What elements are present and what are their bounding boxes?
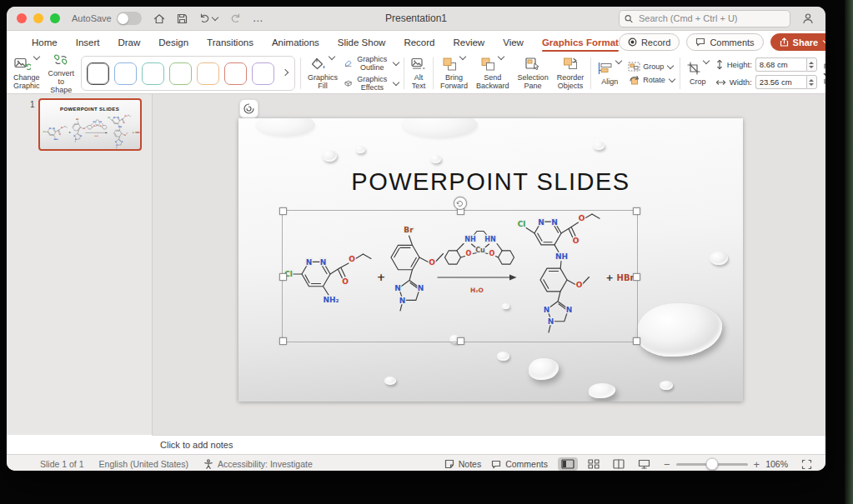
crop-icon	[687, 61, 700, 76]
width-input[interactable]	[755, 75, 806, 89]
grid-view-icon	[588, 459, 600, 469]
ribbon-divider	[433, 57, 434, 89]
tab-record[interactable]: Record	[404, 31, 434, 53]
selection-pane-icon	[525, 57, 540, 72]
chevron-down-icon	[615, 57, 622, 64]
tab-review[interactable]: Review	[453, 31, 484, 53]
height-input[interactable]	[755, 57, 806, 72]
chevron-down-icon	[459, 53, 466, 60]
zoom-slider-knob[interactable]	[705, 458, 718, 471]
autosave-toggle[interactable]	[117, 12, 142, 25]
width-stepper[interactable]	[806, 75, 817, 89]
fit-slide-button[interactable]	[798, 457, 815, 472]
notes-toggle-button[interactable]: Notes	[444, 459, 481, 469]
share-button[interactable]: Share	[770, 33, 825, 51]
height-field: Height:	[715, 57, 817, 72]
account-button[interactable]	[800, 11, 815, 26]
slide-sorter-view-button[interactable]	[585, 457, 603, 471]
graphic-style-swatch[interactable]	[114, 62, 137, 85]
resize-handle-s[interactable]	[457, 337, 464, 345]
minimize-button[interactable]	[33, 13, 43, 23]
slide-canvas[interactable]: POWERPOINT SLIDES	[153, 94, 825, 435]
crop-button[interactable]: Crop	[685, 60, 710, 87]
slide[interactable]: POWERPOINT SLIDES	[238, 118, 743, 402]
profile-icon	[802, 12, 814, 24]
align-button[interactable]: Align	[596, 60, 623, 87]
group-button[interactable]: Group	[628, 62, 675, 72]
tab-home[interactable]: Home	[32, 31, 58, 53]
reading-view-button[interactable]	[610, 457, 628, 471]
rotate-button[interactable]: Rotate	[628, 75, 675, 85]
graphics-effects-button[interactable]: Graphics Effects	[344, 75, 399, 92]
tab-slide-show[interactable]: Slide Show	[338, 31, 386, 53]
tab-graphics-format[interactable]: Graphics Format	[542, 31, 619, 53]
graphic-style-swatch[interactable]	[169, 62, 192, 85]
chevron-down-icon	[823, 37, 825, 44]
close-button[interactable]	[17, 13, 27, 23]
graphic-style-swatch[interactable]	[252, 62, 274, 85]
home-button[interactable]	[152, 12, 167, 26]
more-commands-button[interactable]: …	[251, 12, 266, 24]
rotate-handle[interactable]	[454, 197, 467, 210]
notes-pane[interactable]: Click to add notes	[152, 435, 825, 454]
tab-view[interactable]: View	[503, 31, 524, 53]
slideshow-view-button[interactable]	[635, 457, 654, 471]
water-droplet	[710, 252, 728, 265]
selection-pane-button[interactable]: Selection Pane	[516, 56, 550, 91]
tab-design[interactable]: Design	[158, 31, 188, 53]
normal-view-button[interactable]	[558, 457, 578, 471]
zoom-out-button[interactable]: −	[664, 459, 670, 470]
bring-forward-button[interactable]: Bring Forward	[439, 56, 469, 91]
resize-handle-nw[interactable]	[279, 207, 287, 215]
slide-title[interactable]: POWERPOINT SLIDES	[238, 168, 743, 196]
undo-button[interactable]	[198, 12, 219, 25]
comments-button[interactable]: Comments	[686, 33, 763, 51]
language-button[interactable]: English (United States)	[99, 459, 188, 469]
reaction-scheme[interactable]	[283, 211, 637, 342]
save-button[interactable]	[175, 12, 189, 26]
resize-handle-se[interactable]	[633, 337, 640, 345]
graphics-outline-button[interactable]: Graphics Outline	[344, 55, 399, 72]
resize-handle-w[interactable]	[279, 273, 287, 281]
search-input[interactable]	[637, 12, 785, 24]
fullscreen-button[interactable]	[50, 13, 60, 23]
graphic-selection-box[interactable]	[282, 210, 638, 342]
slide-thumbnail[interactable]: POWERPOINT SLIDES	[38, 98, 142, 151]
change-graphic-button[interactable]: Change Graphic	[12, 56, 42, 91]
record-button[interactable]: Record	[619, 33, 680, 51]
graphic-style-swatch[interactable]	[87, 62, 109, 85]
resize-handle-sw[interactable]	[279, 337, 287, 345]
redo-button[interactable]	[228, 12, 243, 25]
comments-toggle-button[interactable]: Comments	[491, 459, 548, 469]
tab-transitions[interactable]: Transitions	[207, 31, 253, 53]
tab-animations[interactable]: Animations	[272, 31, 319, 53]
copilot-button[interactable]	[239, 99, 258, 118]
resize-handle-e[interactable]	[633, 273, 640, 281]
zoom-percentage[interactable]: 106%	[765, 459, 788, 469]
lock-aspect-ratio-checkbox[interactable]	[823, 70, 825, 77]
search-box[interactable]	[619, 10, 790, 27]
height-stepper[interactable]	[806, 57, 817, 72]
tab-draw[interactable]: Draw	[118, 31, 140, 53]
water-droplet	[660, 381, 673, 390]
tab-insert[interactable]: Insert	[76, 31, 100, 53]
graphics-fill-icon	[311, 57, 326, 72]
zoom-slider[interactable]	[676, 463, 748, 466]
graphic-style-swatch[interactable]	[142, 62, 164, 85]
resize-handle-ne[interactable]	[633, 207, 640, 215]
alt-text-button[interactable]: Alt Text	[409, 56, 428, 91]
gallery-more-button[interactable]	[279, 71, 289, 77]
zoom-in-button[interactable]: +	[754, 459, 760, 470]
share-icon	[780, 37, 789, 47]
more-icon: …	[253, 14, 264, 22]
accessibility-button[interactable]: Accessibility: Investigate	[203, 459, 313, 469]
graphic-style-swatch[interactable]	[224, 62, 247, 85]
convert-to-shape-button[interactable]: Convert to Shape	[47, 52, 77, 95]
graphics-fill-button[interactable]: Graphics Fill	[306, 56, 339, 91]
reorder-objects-button[interactable]: Reorder Objects	[555, 56, 586, 91]
main-area: 1 POWERPOINT SLIDES	[7, 94, 825, 435]
send-backward-button[interactable]: Send Backward	[474, 56, 511, 91]
graphic-style-swatch[interactable]	[197, 62, 219, 85]
chevron-right-icon	[282, 68, 289, 75]
rotate-icon	[456, 200, 464, 207]
